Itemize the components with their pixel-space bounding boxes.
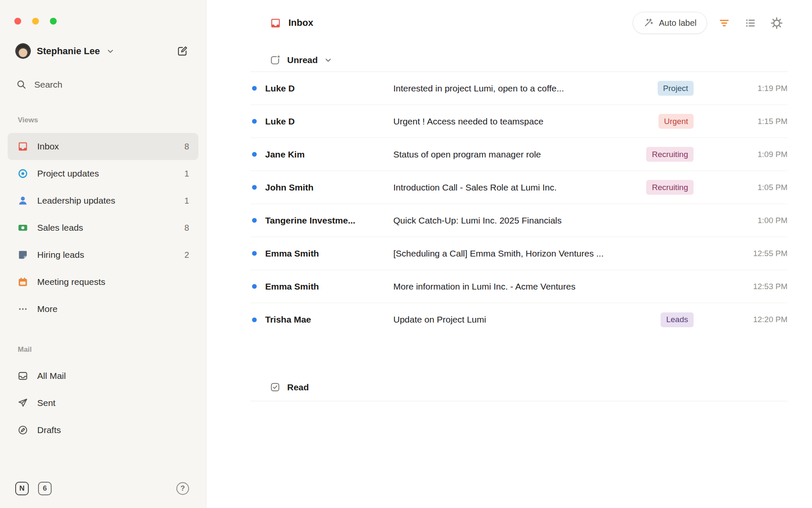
sidebar-item-all-mail[interactable]: All Mail bbox=[8, 362, 198, 389]
sidebar-item-label: Meeting requests bbox=[37, 277, 105, 287]
main-header: Inbox Auto label bbox=[270, 11, 786, 35]
sidebar-item-sales-leads[interactable]: Sales leads 8 bbox=[8, 214, 198, 241]
email-time: 1:15 PM bbox=[732, 117, 787, 126]
calendar-app-icon[interactable]: 6 bbox=[38, 482, 52, 495]
read-section-label: Read bbox=[287, 382, 309, 392]
sent-icon bbox=[17, 397, 29, 409]
sidebar-item-sent[interactable]: Sent bbox=[8, 389, 198, 417]
unread-count: 2 bbox=[184, 250, 189, 260]
person-icon bbox=[17, 195, 29, 207]
sidebar-footer: N 6 ? bbox=[0, 482, 206, 508]
chevron-down-icon bbox=[324, 56, 332, 64]
unread-section-label: Unread bbox=[287, 55, 318, 65]
email-time: 1:00 PM bbox=[732, 216, 787, 225]
sidebar-item-label: Leadership updates bbox=[37, 196, 115, 206]
email-row[interactable]: Emma Smith [Scheduling a Call] Emma Smit… bbox=[250, 237, 787, 270]
cash-icon bbox=[17, 222, 29, 234]
sidebar-item-project-updates[interactable]: Project updates 1 bbox=[8, 160, 198, 187]
compose-icon bbox=[177, 45, 188, 57]
email-subject: Update on Project Lumi bbox=[393, 315, 661, 325]
sidebar-item-label: More bbox=[37, 304, 58, 314]
list-icon bbox=[745, 17, 756, 29]
sidebar-item-more[interactable]: More bbox=[8, 295, 198, 323]
email-time: 1:05 PM bbox=[732, 183, 787, 192]
sidebar-item-meeting-requests[interactable]: Meeting requests bbox=[8, 268, 198, 295]
email-time: 12:20 PM bbox=[732, 315, 787, 324]
sidebar-item-label: Project updates bbox=[37, 168, 99, 179]
inbox-icon bbox=[270, 17, 281, 29]
gear-icon bbox=[771, 17, 782, 29]
search-label: Search bbox=[34, 80, 63, 90]
email-sender: Luke D bbox=[265, 116, 393, 127]
unread-dot bbox=[252, 119, 257, 124]
ellipsis-icon bbox=[17, 303, 29, 315]
sidebar-item-leadership-updates[interactable]: Leadership updates 1 bbox=[8, 187, 198, 214]
email-time: 1:09 PM bbox=[732, 150, 787, 159]
read-section-header[interactable]: Read bbox=[250, 373, 787, 401]
settings-button[interactable] bbox=[767, 14, 786, 32]
email-row[interactable]: Luke D Interested in project Lumi, open … bbox=[250, 72, 787, 105]
auto-label-button[interactable]: Auto label bbox=[633, 12, 707, 34]
filter-button[interactable] bbox=[715, 14, 733, 32]
unread-dot bbox=[252, 284, 257, 289]
minimize-window-button[interactable] bbox=[32, 18, 39, 25]
unread-section-header[interactable]: Unread bbox=[250, 48, 787, 72]
email-row[interactable]: John Smith Introduction Call - Sales Rol… bbox=[250, 171, 787, 204]
search-button[interactable]: Search bbox=[16, 79, 190, 90]
sidebar-item-label: Drafts bbox=[37, 425, 61, 435]
email-row[interactable]: Luke D Urgent ! Access needed to teamspa… bbox=[250, 105, 787, 138]
calendar-icon bbox=[17, 276, 29, 288]
unread-dot bbox=[252, 251, 257, 256]
list-view-button[interactable] bbox=[741, 14, 760, 32]
email-sender: Jane Kim bbox=[265, 149, 393, 160]
compose-button[interactable] bbox=[175, 44, 190, 58]
sidebar-item-hiring-leads[interactable]: Hiring leads 2 bbox=[8, 241, 198, 268]
views-section-label: Views bbox=[18, 116, 206, 124]
email-tag: Project bbox=[658, 81, 694, 96]
email-subject: Quick Catch-Up: Lumi Inc. 2025 Financial… bbox=[393, 215, 732, 226]
email-subject: [Scheduling a Call] Emma Smith, Horizon … bbox=[393, 248, 732, 259]
all-mail-icon bbox=[17, 370, 29, 382]
sidebar-item-drafts[interactable]: Drafts bbox=[8, 417, 198, 444]
sidebar-item-label: Inbox bbox=[37, 141, 59, 152]
notion-logo-icon[interactable]: N bbox=[15, 482, 29, 495]
close-window-button[interactable] bbox=[14, 18, 21, 25]
header-actions: Auto label bbox=[633, 12, 786, 34]
unread-dot bbox=[252, 152, 257, 157]
email-sender: Trisha Mae bbox=[265, 315, 393, 325]
unread-dot bbox=[252, 218, 257, 223]
email-row[interactable]: Trisha Mae Update on Project Lumi Leads … bbox=[250, 303, 787, 336]
unread-count: 8 bbox=[184, 223, 189, 233]
email-row[interactable]: Tangerine Investme... Quick Catch-Up: Lu… bbox=[250, 204, 787, 237]
note-icon bbox=[17, 249, 29, 261]
read-checkbox-icon bbox=[270, 382, 280, 392]
email-tag: Recruiting bbox=[646, 147, 694, 162]
account-switcher[interactable]: Stephanie Lee bbox=[15, 43, 190, 59]
email-subject: Interested in project Lumi, open to a co… bbox=[393, 83, 658, 94]
views-nav: Inbox 8 Project updates 1 Leadership upd… bbox=[0, 133, 206, 323]
email-row[interactable]: Jane Kim Status of open program manager … bbox=[250, 138, 787, 171]
unread-dot bbox=[252, 86, 257, 91]
unread-count: 1 bbox=[184, 169, 189, 179]
email-sender: John Smith bbox=[265, 182, 393, 193]
zoom-window-button[interactable] bbox=[50, 18, 57, 25]
email-time: 12:55 PM bbox=[732, 249, 787, 258]
avatar bbox=[15, 43, 31, 59]
auto-label-button-label: Auto label bbox=[659, 18, 697, 28]
email-row[interactable]: Emma Smith More information in Lumi Inc.… bbox=[250, 270, 787, 303]
mail-section-label: Mail bbox=[18, 345, 206, 354]
help-icon[interactable]: ? bbox=[176, 482, 189, 495]
target-icon bbox=[17, 168, 29, 179]
email-tag: Recruiting bbox=[646, 180, 694, 195]
email-subject: Urgent ! Access needed to teamspace bbox=[393, 116, 658, 127]
unread-dot bbox=[252, 318, 257, 322]
window-controls bbox=[0, 0, 206, 25]
unread-count: 8 bbox=[184, 142, 189, 152]
page-title: Inbox bbox=[270, 17, 313, 29]
email-subject: Status of open program manager role bbox=[393, 149, 646, 160]
sidebar-item-inbox[interactable]: Inbox 8 bbox=[8, 133, 198, 160]
email-time: 1:19 PM bbox=[732, 84, 787, 93]
sidebar-item-label: Sales leads bbox=[37, 223, 83, 233]
email-time: 12:53 PM bbox=[732, 282, 787, 291]
sidebar-item-label: All Mail bbox=[37, 371, 66, 381]
